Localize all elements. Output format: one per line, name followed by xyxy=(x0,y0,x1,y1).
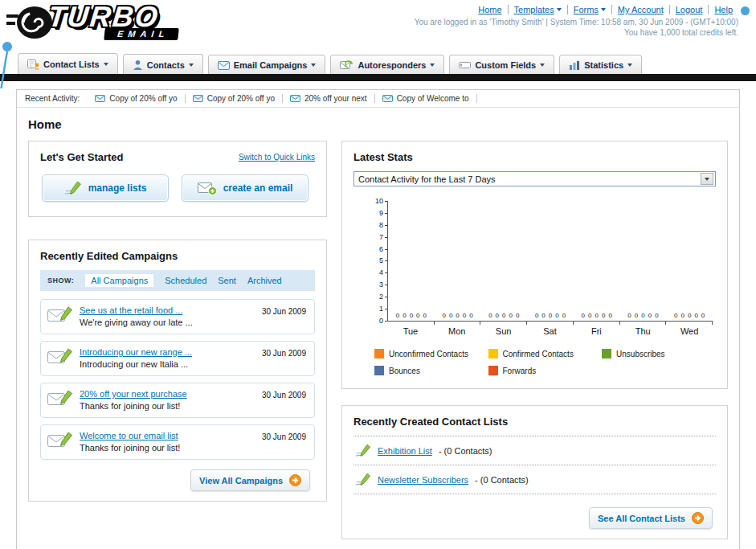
contact-list-row[interactable]: Exhibition List - (0 Contacts) xyxy=(353,436,716,465)
recent-activity-item[interactable]: Copy of 20% off yo xyxy=(88,94,185,103)
legend-item: Forwards xyxy=(488,366,603,375)
top-link-logout[interactable]: Logout xyxy=(669,5,709,14)
legend-swatch xyxy=(602,349,611,358)
campaign-row[interactable]: See us at the retail food ... We're givi… xyxy=(40,299,315,334)
bar-value-label: 0 xyxy=(423,312,427,319)
logo-text-block: TURBO EMAIL xyxy=(53,3,178,40)
bar-value-labels: 00000 xyxy=(666,312,713,319)
right-column: Latest Stats Contact Activity for the La… xyxy=(341,141,728,539)
bar-value-labels: 00000 xyxy=(435,312,481,319)
stats-period-select[interactable]: Contact Activity for the Last 7 Days xyxy=(353,171,716,186)
campaign-title-link[interactable]: See us at the retail food ... xyxy=(80,305,240,315)
switch-to-quick-links[interactable]: Switch to Quick Links xyxy=(239,153,315,162)
see-all-contact-lists-button[interactable]: See All Contact Lists xyxy=(589,507,713,529)
logo-text: TURBO xyxy=(47,3,180,31)
view-all-row: View All Campaigns xyxy=(40,469,315,491)
top-link-label: Forms xyxy=(574,5,599,14)
recent-activity-item[interactable]: 20% off your next xyxy=(283,94,375,103)
legend-item: Confirmed Contacts xyxy=(488,349,603,358)
recent-activity-item[interactable]: Copy of 20% off yo xyxy=(186,94,283,103)
email-icon xyxy=(382,95,393,102)
legend-swatch xyxy=(488,349,498,358)
nav-tab-statistics[interactable]: Statistics xyxy=(559,55,642,74)
legend-swatch xyxy=(374,349,384,358)
campaign-title-link[interactable]: Welcome to our email list xyxy=(80,431,240,440)
legend-swatch xyxy=(374,366,384,375)
campaign-subtitle: Thanks for joining our list! xyxy=(80,401,240,411)
get-started-title: Let's Get Started xyxy=(40,151,124,163)
bar-value-labels: 00000 xyxy=(480,312,527,319)
manage-lists-button[interactable]: manage lists xyxy=(42,174,169,202)
top-link-my-account[interactable]: My Account xyxy=(611,5,669,14)
chevron-down-icon xyxy=(189,64,194,69)
top-link-forms[interactable]: Forms xyxy=(567,5,611,14)
contact-list-icon xyxy=(27,59,39,70)
campaign-row[interactable]: Introducing our new range ... Introducin… xyxy=(40,341,315,376)
campaign-edit-icon xyxy=(47,306,73,326)
campaign-subtitle: Thanks for joining our list! xyxy=(80,443,240,453)
contact-list-row[interactable]: Newsletter Subscribers - (0 Contacts) xyxy=(353,465,716,494)
bar-value-label: 0 xyxy=(442,312,445,319)
nav-tab-custom-fields[interactable]: Custom Fields xyxy=(449,55,554,74)
contact-list-link[interactable]: Exhibition List xyxy=(378,446,432,456)
y-tick-label: 10 xyxy=(375,198,387,205)
nav-tab-email-campaigns[interactable]: Email Campaigns xyxy=(208,55,326,74)
y-tick-label: 2 xyxy=(379,293,387,301)
contacts-icon xyxy=(133,59,143,70)
nav-tab-contact-lists[interactable]: Contact Lists xyxy=(18,53,118,74)
campaigns-filter-bar: SHOW: All Campaigns Scheduled Sent Archi… xyxy=(40,270,315,291)
nav-tab-autoresponders[interactable]: Autoresponders xyxy=(330,55,444,74)
nav-tab-label: Statistics xyxy=(584,60,623,70)
bar-group: 00000 xyxy=(435,201,481,321)
main-nav: Contact Lists Contacts Email Campaigns A… xyxy=(0,53,756,74)
bar-value-label: 0 xyxy=(674,312,677,319)
create-email-button[interactable]: create an email xyxy=(182,174,309,202)
campaign-subtitle: We're giving away our late ... xyxy=(80,318,240,327)
contact-lists-panel: Recently Created Contact Lists Exhibitio… xyxy=(341,405,728,539)
filter-scheduled[interactable]: Scheduled xyxy=(165,276,206,285)
header: TURBO EMAIL HomeTemplatesFormsMy Account… xyxy=(0,0,756,48)
filter-archived[interactable]: Archived xyxy=(247,276,282,285)
campaign-row[interactable]: 20% off your next purchase Thanks for jo… xyxy=(40,383,315,418)
bar-value-label: 0 xyxy=(648,312,652,319)
bar-group: 00000 xyxy=(388,201,435,321)
stats-panel: Latest Stats Contact Activity for the La… xyxy=(341,141,728,389)
pencil-icon xyxy=(64,181,82,195)
custom-fields-icon xyxy=(459,60,471,70)
nav-underline-bar xyxy=(0,74,756,81)
bar-value-label: 0 xyxy=(410,312,413,319)
filter-all-campaigns[interactable]: All Campaigns xyxy=(85,274,153,287)
email-icon xyxy=(95,95,105,102)
top-link-home[interactable]: Home xyxy=(472,5,507,14)
campaign-edit-icon xyxy=(47,348,73,367)
y-tick-label: 0 xyxy=(379,318,387,325)
contact-lists-title: Recently Created Contact Lists xyxy=(353,416,716,428)
bar-group: 00000 xyxy=(620,201,667,321)
see-all-row: See All Contact Lists xyxy=(353,507,716,529)
recent-activity-item[interactable]: Copy of Welcome to xyxy=(375,94,477,103)
logo-tail-decoration xyxy=(0,40,16,90)
filter-sent[interactable]: Sent xyxy=(218,276,236,285)
recent-activity-bar: Recent Activity: Copy of 20% off yo Copy… xyxy=(17,90,739,108)
stats-title: Latest Stats xyxy=(353,151,716,163)
bar-group: 00000 xyxy=(666,201,713,321)
campaign-date: 30 Jun 2009 xyxy=(262,432,306,441)
campaign-title-link[interactable]: 20% off your next purchase xyxy=(80,389,240,399)
campaigns-panel: Recently Edited Campaigns SHOW: All Camp… xyxy=(28,240,327,502)
contact-list-link[interactable]: Newsletter Subscribers xyxy=(378,475,468,485)
campaign-title-link[interactable]: Introducing our new range ... xyxy=(80,347,240,357)
show-label: SHOW: xyxy=(47,277,74,285)
bar-value-labels: 00000 xyxy=(574,312,620,319)
campaign-row[interactable]: Welcome to our email list Thanks for joi… xyxy=(40,424,315,460)
campaign-date: 30 Jun 2009 xyxy=(262,307,306,316)
header-right: HomeTemplatesFormsMy AccountLogoutHelp Y… xyxy=(415,5,738,37)
bar-value-labels: 00000 xyxy=(620,312,667,319)
top-link-help[interactable]: Help xyxy=(708,5,738,14)
top-link-templates[interactable]: Templates xyxy=(508,5,567,14)
top-link-label: Templates xyxy=(514,5,554,14)
y-tick-label: 5 xyxy=(379,257,387,264)
nav-tab-contacts[interactable]: Contacts xyxy=(123,54,203,74)
view-all-campaigns-button[interactable]: View All Campaigns xyxy=(190,469,310,491)
dashboard-columns: Let's Get Started Switch to Quick Links … xyxy=(17,141,739,549)
chart-plot: 00000000000000000000000000000000000 xyxy=(387,201,713,322)
